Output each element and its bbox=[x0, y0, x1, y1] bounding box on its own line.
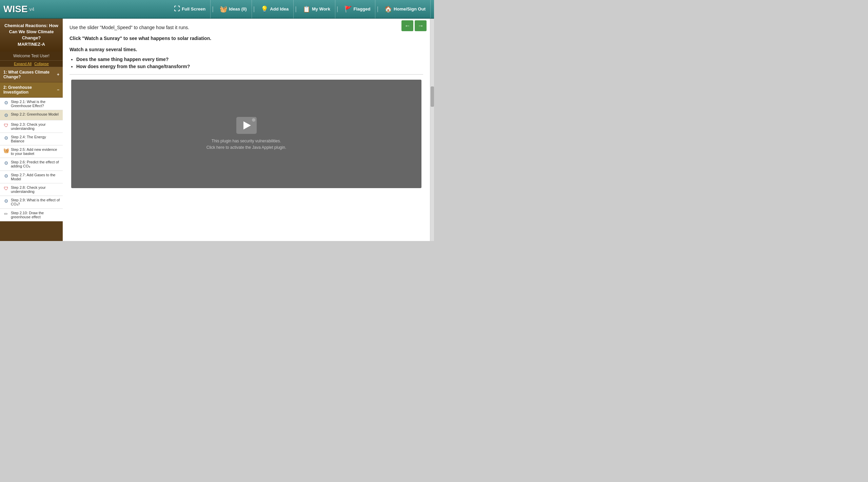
nav-arrows: ← → bbox=[401, 20, 427, 31]
bullet-list: Does the same thing happen every time? H… bbox=[76, 57, 423, 69]
sidebar-item-step2_8[interactable]: 🛡 Step 2.8: Check your understanding bbox=[0, 183, 63, 196]
prev-arrow[interactable]: ← bbox=[401, 20, 413, 31]
my-work-button[interactable]: 📋 My Work bbox=[298, 0, 335, 18]
expand-all-link[interactable]: Expand All bbox=[14, 62, 32, 66]
next-arrow[interactable]: → bbox=[415, 20, 427, 31]
home-button[interactable]: 🏠 Home / Sign Out bbox=[380, 0, 431, 18]
main-layout: Chemical Reactions: How Can We Slow Clim… bbox=[0, 19, 434, 241]
bullet-item-2: How does energy from the sun change/tran… bbox=[76, 64, 423, 69]
sidebar-item-step2_1[interactable]: ⚙ Step 2.1: What is the Greenhouse Effec… bbox=[0, 98, 63, 110]
bullet-item-1: Does the same thing happen every time? bbox=[76, 57, 423, 62]
gear-icon: ⚙ bbox=[3, 113, 9, 118]
scroll-thumb bbox=[431, 86, 434, 107]
sidebar-item-section1[interactable]: 1: What Causes Climate Change? + bbox=[0, 67, 63, 82]
add-idea-button[interactable]: 💡 Add Idea bbox=[256, 0, 294, 18]
sidebar-item-step2_7[interactable]: ⚙ Step 2.7: Add Gases to the Model bbox=[0, 171, 63, 183]
app-version: v4 bbox=[29, 6, 35, 12]
gear-icon: ⚙ bbox=[3, 100, 9, 105]
gear-icon: ⚙ bbox=[3, 135, 9, 141]
minus-icon: − bbox=[57, 87, 59, 92]
nav-divider-5: | bbox=[375, 5, 380, 13]
sidebar-item-step2_5[interactable]: 🧺 Step 2.5: Add new evidence to your bas… bbox=[0, 145, 63, 158]
ideas-icon: 🧺 bbox=[220, 5, 227, 13]
content-text-2: Click "Watch a Sunray" to see what happe… bbox=[70, 35, 423, 42]
plugin-play-icon bbox=[236, 117, 257, 134]
flagged-button[interactable]: 🚩 Flagged bbox=[340, 0, 376, 18]
sidebar-item-step2_6[interactable]: ⚙ Step 2.6: Predict the effect of adding… bbox=[0, 158, 63, 171]
basket-icon: 🧺 bbox=[3, 148, 9, 153]
shield-icon: 🛡 bbox=[3, 123, 9, 128]
home-icon: 🏠 bbox=[384, 5, 392, 13]
plugin-area[interactable]: This plugin has security vulnerabilities… bbox=[71, 80, 421, 188]
sidebar: Chemical Reactions: How Can We Slow Clim… bbox=[0, 19, 63, 241]
content-area: ← → Use the slider "Model_Speed" to chan… bbox=[63, 19, 430, 241]
content-scroll[interactable]: Use the slider "Model_Speed" to change h… bbox=[63, 19, 430, 241]
nav-divider-3: | bbox=[294, 5, 298, 13]
nav-items: ⛶ Full Screen | 🧺 Ideas (0) | 💡 Add Idea… bbox=[169, 0, 431, 18]
collapse-link[interactable]: Collapse bbox=[34, 62, 49, 66]
sidebar-item-step2_4[interactable]: ⚙ Step 2.4: The Energy Balance bbox=[0, 133, 63, 145]
ideas-button[interactable]: 🧺 Ideas (0) bbox=[215, 0, 252, 18]
sidebar-item-step2_2[interactable]: ⚙ Step 2.2: Greenhouse Model bbox=[0, 110, 63, 120]
plus-icon: + bbox=[57, 72, 59, 77]
app-logo: WISE bbox=[3, 4, 28, 15]
sidebar-item-step2_10[interactable]: ✏ Step 2.10: Draw the greenhouse effect bbox=[0, 209, 63, 221]
scrollbar[interactable] bbox=[430, 19, 434, 241]
sidebar-user: Welcome Test User! bbox=[0, 52, 63, 61]
content-text-1: Use the slider "Model_Speed" to change h… bbox=[70, 24, 423, 31]
fullscreen-icon: ⛶ bbox=[174, 5, 180, 13]
content-divider bbox=[70, 74, 423, 75]
plugin-message: This plugin has security vulnerabilities… bbox=[206, 138, 286, 151]
sidebar-item-step2_3[interactable]: 🛡 Step 2.3: Check your understanding bbox=[0, 120, 63, 133]
gear-icon: ⚙ bbox=[3, 198, 9, 204]
gear-icon: ⚙ bbox=[3, 160, 9, 166]
header: WISE v4 ⛶ Full Screen | 🧺 Ideas (0) | 💡 … bbox=[0, 0, 434, 19]
gear-icon: ⚙ bbox=[3, 173, 9, 179]
nav-divider-1: | bbox=[211, 5, 215, 13]
content-text-3: Watch a sunray several times. bbox=[70, 46, 423, 53]
fullscreen-button[interactable]: ⛶ Full Screen bbox=[169, 0, 211, 18]
flagged-icon: 🚩 bbox=[344, 5, 352, 13]
expand-collapse-bar: Expand All Collapse bbox=[0, 61, 63, 67]
sidebar-item-step2_9[interactable]: ⚙ Step 2.9: What is the effect of CO₂? bbox=[0, 196, 63, 209]
nav-divider-2: | bbox=[252, 5, 256, 13]
sidebar-item-section2[interactable]: 2: Greenhouse Investigation − bbox=[0, 82, 63, 98]
add-idea-icon: 💡 bbox=[261, 5, 268, 13]
project-title: Chemical Reactions: How Can We Slow Clim… bbox=[0, 19, 63, 52]
nav-divider-4: | bbox=[335, 5, 340, 13]
my-work-icon: 📋 bbox=[303, 5, 310, 13]
pencil-icon: ✏ bbox=[3, 211, 9, 217]
shield-icon: 🛡 bbox=[3, 186, 9, 191]
